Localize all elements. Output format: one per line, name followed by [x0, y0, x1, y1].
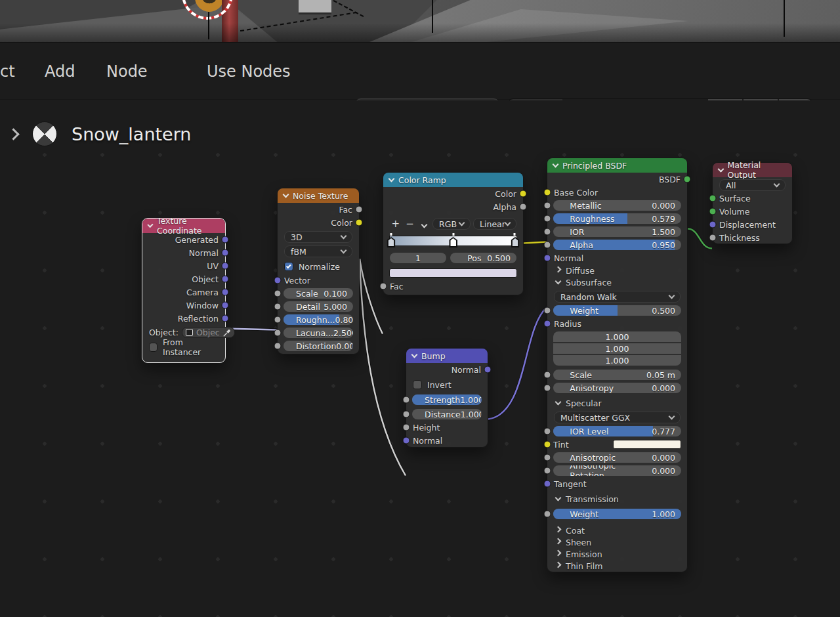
node-editor-canvas[interactable]: Snow_lantern Texture Coordinate Generate… — [0, 100, 840, 617]
socket-input-metallic[interactable] — [544, 202, 551, 209]
node-header[interactable]: Principled BSDF — [547, 158, 687, 173]
socket-output-generated[interactable] — [222, 236, 229, 244]
dimensions-dropdown[interactable]: 3D — [284, 231, 352, 243]
color-ramp-gradient[interactable] — [389, 236, 517, 246]
socket-input-normal[interactable] — [403, 437, 410, 444]
alpha-slider[interactable]: Alpha0.950 — [553, 240, 681, 250]
socket-input-distance[interactable] — [403, 411, 410, 418]
node-principled-bsdf[interactable]: Principled BSDF BSDF Base Color Metallic… — [547, 158, 688, 572]
socket-input-lacunarity[interactable] — [274, 330, 282, 337]
output-target-dropdown[interactable]: All — [719, 179, 786, 191]
socket-output-fac[interactable] — [356, 206, 363, 213]
ior-slider[interactable]: IOR1.500 — [553, 226, 681, 237]
chevron-right-icon[interactable] — [7, 128, 19, 140]
socket-output-color[interactable] — [356, 219, 363, 226]
socket-input-alpha[interactable] — [544, 242, 551, 249]
socket-output-window[interactable] — [222, 302, 229, 309]
collapse-chevron-icon[interactable] — [553, 161, 559, 168]
socket-input-strength[interactable] — [403, 396, 410, 404]
socket-input-volume[interactable] — [709, 208, 717, 215]
eyedropper-icon[interactable] — [223, 329, 231, 337]
object-picker-field[interactable]: Objec — [182, 327, 235, 338]
ramp-stop-1-selected[interactable] — [449, 237, 457, 247]
roughness-slider[interactable]: Roughness0.579 — [553, 213, 681, 224]
collapse-chevron-icon[interactable] — [717, 166, 724, 173]
socket-input-tint[interactable] — [544, 441, 551, 448]
socket-input-ior[interactable] — [544, 228, 551, 236]
lacunarity-slider[interactable]: Lacuna...2.500 — [284, 328, 353, 338]
socket-output-object[interactable] — [222, 276, 229, 283]
socket-input-normal[interactable] — [544, 255, 551, 262]
socket-input-radius[interactable] — [544, 320, 551, 328]
section-specular[interactable]: Specular — [547, 397, 687, 409]
socket-input-displacement[interactable] — [709, 221, 717, 228]
socket-output-color[interactable] — [520, 190, 527, 198]
specular-method-dropdown[interactable]: Multiscatter GGX — [554, 412, 681, 423]
node-header[interactable]: Noise Texture — [278, 188, 359, 203]
ior-level-slider[interactable]: IOR Level0.777 — [553, 426, 681, 436]
roughness-slider[interactable]: Roughn...0.800 — [284, 314, 353, 325]
socket-input-base-color[interactable] — [544, 189, 551, 196]
noise-type-dropdown[interactable]: fBM — [284, 245, 352, 257]
socket-output-reflection[interactable] — [222, 315, 229, 322]
subsurface-weight-slider[interactable]: Weight0.500 — [553, 305, 681, 316]
tint-color-swatch[interactable] — [613, 440, 681, 449]
socket-input-subsurface-anisotropy[interactable] — [544, 385, 551, 392]
ramp-options-button[interactable] — [418, 218, 430, 230]
subsurface-method-dropdown[interactable]: Random Walk — [554, 291, 681, 303]
section-coat[interactable]: Coat — [547, 524, 687, 536]
anisotropic-slider[interactable]: Anisotropic0.000 — [553, 452, 681, 463]
node-header[interactable]: Material Output — [713, 163, 792, 177]
node-bump[interactable]: Bump Normal Invert Strength1.000 Distanc… — [406, 348, 488, 448]
menu-node[interactable]: Node — [106, 43, 148, 100]
socket-input-vector[interactable] — [274, 277, 282, 284]
anisotropic-rotation-slider[interactable]: Anisotropic Rotation0.000 — [553, 465, 681, 476]
socket-input-tangent[interactable] — [544, 480, 551, 488]
socket-input-detail[interactable] — [274, 303, 282, 310]
stop-color-swatch[interactable] — [389, 268, 517, 278]
socket-input-anisotropic-rotation[interactable] — [544, 467, 551, 475]
transmission-weight-slider[interactable]: Weight1.000 — [553, 509, 681, 519]
node-material-output[interactable]: Material Output All Surface Volume Displ… — [712, 162, 793, 244]
collapse-chevron-icon[interactable] — [283, 192, 289, 198]
interpolation-dropdown[interactable]: Linear — [473, 218, 516, 230]
subsurface-scale-field[interactable]: Scale0.05 m — [553, 370, 681, 380]
socket-input-height[interactable] — [403, 424, 410, 431]
socket-input-subsurface-weight[interactable] — [544, 307, 551, 314]
socket-output-normal[interactable] — [222, 249, 229, 257]
subsurface-anisotropy-slider[interactable]: Anisotropy0.000 — [553, 383, 681, 393]
socket-output-alpha[interactable] — [520, 203, 527, 211]
socket-output-normal[interactable] — [484, 366, 492, 373]
section-transmission[interactable]: Transmission — [547, 493, 687, 505]
node-header[interactable]: Texture Coordinate — [142, 219, 225, 233]
socket-output-bsdf[interactable] — [684, 176, 691, 183]
detail-slider[interactable]: Detail5.000 — [284, 301, 353, 312]
ramp-stop-0[interactable] — [387, 237, 396, 247]
stop-position-field[interactable]: Pos0.500 — [450, 253, 516, 263]
socket-input-anisotropic[interactable] — [544, 454, 551, 461]
menu-add[interactable]: Add — [45, 43, 75, 100]
add-stop-button[interactable]: + — [390, 218, 402, 230]
socket-input-thickness[interactable] — [709, 234, 717, 242]
menu-select-partial[interactable]: ct — [0, 43, 15, 100]
invert-checkbox[interactable] — [413, 380, 422, 389]
metallic-slider[interactable]: Metallic0.000 — [553, 200, 681, 211]
collapse-chevron-icon[interactable] — [147, 222, 153, 228]
node-header[interactable]: Bump — [406, 349, 488, 363]
section-emission[interactable]: Emission — [547, 548, 687, 560]
section-sheen[interactable]: Sheen — [547, 536, 687, 548]
socket-input-subsurface-scale[interactable] — [544, 372, 551, 379]
scale-slider[interactable]: Scale0.100 — [284, 288, 353, 299]
strength-slider[interactable]: Strength1.000 — [412, 394, 482, 405]
socket-input-fac[interactable] — [380, 283, 387, 290]
socket-input-roughness[interactable] — [544, 215, 551, 223]
node-color-ramp[interactable]: Color Ramp Color Alpha + − RGB Linear 1 … — [383, 172, 524, 295]
distortion-slider[interactable]: Distortion0.000 — [284, 341, 353, 351]
radius-z-field[interactable]: 1.000 — [553, 355, 681, 366]
socket-input-ior-level[interactable] — [544, 428, 551, 435]
node-noise-texture[interactable]: Noise Texture Fac Color 3D fBM Normalize… — [277, 188, 360, 354]
node-texture-coordinate[interactable]: Texture Coordinate Generated Normal UV O… — [142, 218, 226, 363]
section-diffuse[interactable]: Diffuse — [547, 265, 687, 276]
ramp-stop-2[interactable] — [511, 237, 520, 247]
section-subsurface[interactable]: Subsurface — [547, 276, 687, 288]
